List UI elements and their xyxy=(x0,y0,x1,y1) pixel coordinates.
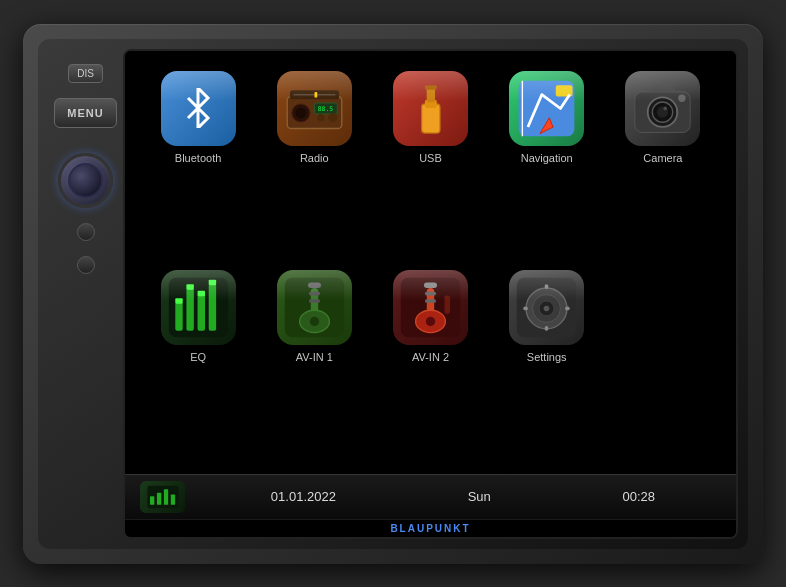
brand-logo: BLAUPUNKT xyxy=(125,519,736,537)
svg-rect-10 xyxy=(422,104,440,133)
status-icon xyxy=(140,481,185,513)
status-text-group: 01.01.2022 Sun 00:28 xyxy=(205,489,721,504)
app-avin1[interactable]: AV-IN 1 xyxy=(261,270,367,454)
radio-label: Radio xyxy=(300,152,329,164)
dis-button[interactable]: DIS xyxy=(68,64,103,83)
svg-rect-61 xyxy=(163,489,167,505)
svg-rect-55 xyxy=(545,326,549,331)
bluetooth-label: Bluetooth xyxy=(175,152,221,164)
svg-rect-62 xyxy=(170,494,174,504)
svg-rect-12 xyxy=(427,87,435,102)
svg-text:88.5: 88.5 xyxy=(318,105,333,112)
app-navigation[interactable]: Navigation xyxy=(494,71,600,255)
radio-icon: 88.5 xyxy=(277,71,352,146)
camera-label: Camera xyxy=(643,152,682,164)
avin1-icon xyxy=(277,270,352,345)
left-controls: DIS MENU xyxy=(48,49,123,539)
svg-point-47 xyxy=(426,316,435,325)
app-eq[interactable]: EQ xyxy=(145,270,251,454)
svg-rect-26 xyxy=(175,302,182,330)
svg-rect-27 xyxy=(186,288,193,330)
app-bluetooth[interactable]: Bluetooth xyxy=(145,71,251,255)
navigation-icon xyxy=(509,71,584,146)
knob-inner xyxy=(68,163,103,198)
status-date: 01.01.2022 xyxy=(271,489,336,504)
svg-rect-44 xyxy=(425,291,436,295)
device-inner: DIS MENU xyxy=(38,39,748,549)
svg-rect-33 xyxy=(208,279,215,285)
svg-rect-42 xyxy=(424,282,437,288)
svg-point-24 xyxy=(679,95,686,102)
svg-rect-45 xyxy=(425,299,436,303)
app-camera[interactable]: Camera xyxy=(610,71,716,255)
status-time: 00:28 xyxy=(623,489,656,504)
settings-icon xyxy=(509,270,584,345)
svg-rect-35 xyxy=(308,282,321,288)
app-settings[interactable]: Settings xyxy=(494,270,600,454)
app-radio[interactable]: 88.5 Radio xyxy=(261,71,367,255)
camera-icon xyxy=(625,71,700,146)
usb-label: USB xyxy=(419,152,442,164)
svg-rect-1 xyxy=(290,90,339,99)
main-screen: Bluetooth xyxy=(123,49,738,539)
svg-marker-19 xyxy=(651,83,677,92)
navigation-label: Navigation xyxy=(521,152,573,164)
menu-button[interactable]: MENU xyxy=(54,98,116,128)
avin1-label: AV-IN 1 xyxy=(296,351,333,363)
status-bar: 01.01.2022 Sun 00:28 xyxy=(125,474,736,519)
svg-point-53 xyxy=(544,305,550,311)
svg-rect-54 xyxy=(545,284,549,289)
svg-point-23 xyxy=(664,107,668,111)
svg-point-8 xyxy=(328,113,337,122)
svg-rect-31 xyxy=(186,284,193,290)
svg-rect-56 xyxy=(523,306,528,310)
volume-knob[interactable] xyxy=(58,153,113,208)
small-button-1[interactable] xyxy=(77,223,95,241)
eq-icon xyxy=(161,270,236,345)
eq-label: EQ xyxy=(190,351,206,363)
small-button-2[interactable] xyxy=(77,256,95,274)
screen-area: Bluetooth xyxy=(123,49,738,539)
bluetooth-icon xyxy=(161,71,236,146)
svg-rect-3 xyxy=(314,92,317,97)
avin2-label: AV-IN 2 xyxy=(412,351,449,363)
settings-label: Settings xyxy=(527,351,567,363)
svg-rect-13 xyxy=(425,86,437,90)
svg-point-9 xyxy=(317,114,324,121)
status-day: Sun xyxy=(468,489,491,504)
avin2-icon xyxy=(393,270,468,345)
app-usb[interactable]: USB xyxy=(377,71,483,255)
svg-rect-57 xyxy=(565,306,570,310)
svg-rect-38 xyxy=(309,299,320,303)
svg-rect-28 xyxy=(197,295,204,330)
svg-rect-60 xyxy=(156,492,160,504)
svg-rect-32 xyxy=(197,290,204,296)
svg-rect-30 xyxy=(175,298,182,304)
device-outer: DIS MENU xyxy=(23,24,763,564)
svg-point-40 xyxy=(310,316,319,325)
svg-rect-37 xyxy=(309,291,320,295)
app-avin2[interactable]: AV-IN 2 xyxy=(377,270,483,454)
svg-rect-29 xyxy=(208,284,215,330)
app-grid: Bluetooth xyxy=(125,51,736,474)
svg-rect-59 xyxy=(150,496,154,505)
svg-rect-15 xyxy=(556,85,573,96)
svg-point-5 xyxy=(295,108,306,119)
svg-rect-48 xyxy=(444,295,450,314)
usb-icon xyxy=(393,71,468,146)
